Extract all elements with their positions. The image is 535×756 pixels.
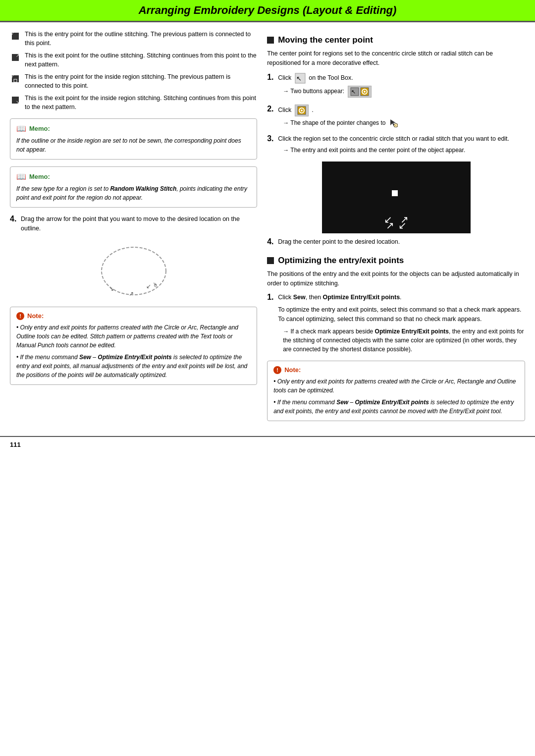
btn1-icon: ↖	[350, 87, 359, 96]
svg-text:↘: ↘	[16, 100, 20, 105]
page-footer: 111	[0, 436, 535, 452]
ep2-icon: ↗	[10, 52, 21, 63]
oval-diagram-container: ↙ ↗ ↘ 🖱	[10, 241, 257, 301]
left-step4: 4. Drag the arrow for the point that you…	[10, 215, 257, 235]
svg-text:↖: ↖	[296, 75, 302, 82]
entry-item-1: ↙ This is the entry point for the outlin…	[10, 30, 257, 48]
svg-text:🖱: 🖱	[153, 282, 158, 288]
section1-title: Moving the center point	[278, 35, 373, 45]
right-s2-step1: 1. Click Sew, then Optimize Entry/Exit p…	[267, 293, 525, 355]
note-box-left: ! Note: • Only entry and exit points for…	[10, 307, 257, 385]
right-step2-content: Click . → The shape of the pointer chang…	[278, 105, 398, 130]
note-title-left: ! Note:	[16, 312, 251, 320]
two-buttons-img: ↖	[348, 86, 372, 98]
ep3-text: This is the entry point for the inside r…	[25, 73, 257, 90]
arrow-sw: ↗	[386, 219, 394, 231]
svg-point-23	[301, 109, 303, 111]
right-column: Moving the center point The center point…	[267, 30, 525, 428]
section1-desc: The center point for regions set to the …	[267, 49, 525, 68]
ep3-icon: ↙	[10, 73, 21, 84]
right-s2-step1-content: Click Sew, then Optimize Entry/Exit poin…	[278, 293, 525, 355]
center-point-square	[392, 190, 398, 196]
memo-text-1: If the outline or the inside region are …	[16, 136, 251, 154]
ep1-icon: ↙	[10, 31, 21, 42]
svg-rect-6	[14, 79, 17, 82]
btn2-icon	[360, 87, 369, 96]
right-step4-number: 4.	[267, 237, 278, 246]
ep1-text: This is the entry point for the outline …	[25, 30, 257, 48]
page-content: ↙ This is the entry point for the outlin…	[0, 22, 535, 436]
gear-btn-icon	[295, 105, 309, 116]
right-s2-step1-number: 1.	[267, 293, 278, 302]
tool-arrow-icon: ↖	[295, 73, 306, 84]
note-icon-right: !	[273, 366, 281, 374]
svg-text:↗: ↗	[129, 290, 134, 297]
page-number: 111	[10, 441, 21, 448]
section2-title: Optimizing the entry/exit points	[278, 256, 404, 266]
section1-heading: Moving the center point	[267, 35, 525, 45]
note-text-right: • Only entry and exit points for pattern…	[273, 377, 519, 416]
gear-icon	[297, 106, 306, 115]
memo-icon-2: 📖	[16, 172, 26, 181]
pointer-changed-icon	[389, 118, 398, 127]
memo-icon-1: 📖	[16, 124, 26, 133]
right-step2-number: 2.	[267, 105, 278, 113]
page-title: Arranging Embroidery Designs (Layout & E…	[10, 4, 525, 17]
svg-text:↙: ↙	[146, 283, 151, 290]
arrow-se: ↙	[398, 219, 407, 231]
oval-diagram: ↙ ↗ ↘ 🖱	[94, 241, 173, 301]
dark-diagram-box: ↙ ↗ ↗ ↙	[322, 162, 471, 233]
memo-title-1: 📖 Memo:	[16, 124, 251, 133]
ep2-text: This is the exit point for the outline s…	[25, 52, 257, 69]
note-box-right: ! Note: • Only entry and exit points for…	[267, 361, 525, 421]
entry-item-3: ↙ This is the entry point for the inside…	[10, 73, 257, 90]
left-column: ↙ This is the entry point for the outlin…	[10, 30, 257, 428]
svg-text:↙: ↙	[11, 31, 14, 36]
right-step2: 2. Click . → The shape of the pointer ch…	[267, 105, 525, 130]
right-step1-number: 1.	[267, 73, 278, 82]
right-step3: 3. Click the region set to the concentri…	[267, 134, 525, 157]
note-icon-left: !	[16, 312, 24, 320]
page-header: Arranging Embroidery Designs (Layout & E…	[0, 0, 535, 21]
memo-text-2: If the sew type for a region is set to R…	[16, 184, 251, 202]
left-step4-content: Drag the arrow for the point that you wa…	[21, 215, 257, 235]
memo-title-2: 📖 Memo:	[16, 172, 251, 181]
ep4-icon: ↘	[10, 95, 21, 106]
section1-square	[267, 37, 274, 44]
note-title-right: ! Note:	[273, 366, 519, 374]
left-step4-number: 4.	[10, 215, 21, 223]
entry-item-2: ↗ This is the exit point for the outline…	[10, 52, 257, 69]
svg-text:↘: ↘	[109, 285, 114, 292]
diagram-arrows-row2: ↗ ↙	[386, 219, 407, 231]
svg-text:↗: ↗	[16, 53, 20, 58]
right-step1-content: Click ↖ on the Tool Box. → Two buttons a…	[278, 73, 372, 100]
svg-text:↖: ↖	[351, 89, 356, 95]
right-step3-number: 3.	[267, 134, 278, 143]
memo-box-2: 📖 Memo: If the sew type for a region is …	[10, 166, 257, 208]
ep4-text: This is the exit point for the inside re…	[25, 94, 257, 111]
section2-heading: Optimizing the entry/exit points	[267, 256, 525, 266]
memo-box-1: 📖 Memo: If the outline or the inside reg…	[10, 118, 257, 160]
right-step3-content: Click the region set to the concentric c…	[278, 134, 509, 157]
svg-text:↙: ↙	[10, 74, 14, 79]
svg-point-25	[394, 123, 398, 127]
entry-item-4: ↘ This is the exit point for the inside …	[10, 94, 257, 111]
right-step4-content: Drag the center point to the desired loc…	[278, 237, 400, 249]
section2-square	[267, 257, 274, 264]
right-step4: 4. Drag the center point to the desired …	[267, 237, 525, 249]
section2-desc: The positions of the entry and the exit …	[267, 270, 525, 288]
entry-point-list: ↙ This is the entry point for the outlin…	[10, 30, 257, 111]
svg-point-20	[364, 91, 366, 93]
right-step1: 1. Click ↖ on the Tool Box. → Two button…	[267, 73, 525, 100]
note-text-left: • Only entry and exit points for pattern…	[16, 323, 251, 379]
